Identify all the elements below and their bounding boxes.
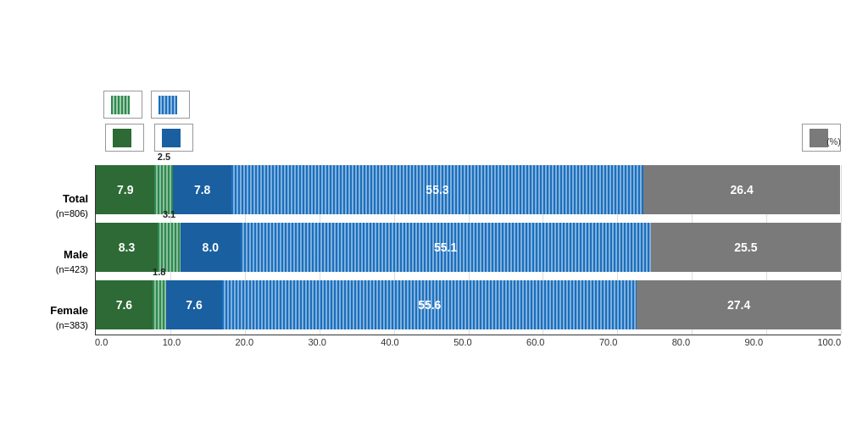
bar-segment-male-gray: 25.5 [651,223,841,272]
bar-label-male-blue-solid: 8.0 [203,241,219,254]
bar-label-total-blue-solid: 7.8 [194,183,210,196]
y-axis-labels: Total(n=806)Male(n=423)Female(n=383) [27,155,95,347]
bar-label-above-total-green-hatch: 2.5 [158,152,170,162]
x-tick-10: 100.0 [817,337,841,347]
x-axis: (%) [95,155,841,157]
bar-segment-male-blue-hatch: 55.1 [241,223,651,272]
blue-solid-swatch [162,129,181,147]
x-tick-9: 90.0 [745,337,763,347]
bar-segment-total-blue-hatch: 55.3 [231,165,643,214]
bar-label-male-blue-hatch: 55.1 [434,241,457,254]
bar-label-female-blue-solid: 7.6 [186,298,202,312]
bar-segment-female-green: 7.6 [96,280,153,329]
y-label-female: Female(n=383) [27,304,95,333]
legend-row2 [27,124,841,152]
bar-segment-male-blue-solid: 8.0 [181,223,240,272]
green-solid-swatch [113,129,131,147]
legend-green-hatch [103,91,142,119]
bar-segment-male-green-hatch: 3.1 [158,223,181,272]
legend-row1 [27,91,841,119]
bar-row-female: 7.61.87.655.627.4 [96,280,841,329]
legend-blue-hatch [151,91,190,119]
x-tick-6: 60.0 [526,337,544,347]
bar-label-total-green: 7.9 [117,183,133,196]
pct-unit: (%) [826,136,841,147]
grid-line-10 [841,165,842,335]
bar-label-female-gray: 27.4 [727,298,750,312]
y-label-male: Male(n=423) [27,248,95,277]
green-hatch-swatch [111,96,130,114]
bar-segment-total-gray: 26.4 [643,165,840,214]
bar-segment-female-green-hatch: 1.8 [153,280,166,329]
y-label-total: Total(n=806) [27,192,95,221]
bar-label-above-female-green-hatch: 1.8 [153,267,165,277]
bar-label-female-green: 7.6 [116,298,132,312]
bar-label-above-male-green-hatch: 3.1 [163,209,175,219]
bar-segment-female-blue-solid: 7.6 [166,280,223,329]
chart-wrapper: Total(n=806)Male(n=423)Female(n=383) (%)… [19,82,849,356]
chart-area: Total(n=806)Male(n=423)Female(n=383) (%)… [27,155,841,347]
bar-segment-total-green-hatch: 2.5 [154,165,173,214]
bar-label-male-green: 8.3 [119,241,135,254]
x-tick-0: 0.0 [95,337,108,347]
bar-label-female-blue-hatch: 55.6 [418,298,441,312]
bar-label-total-blue-hatch: 55.3 [426,183,448,196]
chart-inner: (%) 7.92.57.855.326.48.33.18.055.125.57.… [95,155,841,347]
bars-container: 7.92.57.855.326.48.33.18.055.125.57.61.8… [95,165,841,335]
legend-blue-solid [154,124,193,152]
x-tick-7: 70.0 [599,337,617,347]
bar-segment-male-green: 8.3 [96,223,158,272]
bar-row-male: 8.33.18.055.125.5 [96,223,841,272]
x-tick-1: 10.0 [163,337,181,347]
x-tick-5: 50.0 [453,337,471,347]
x-tick-3: 30.0 [308,337,326,347]
x-tick-2: 20.0 [236,337,253,347]
x-tick-8: 80.0 [672,337,690,347]
gray-solid-swatch [810,129,828,147]
legend-green-solid [105,124,144,152]
bar-segment-total-blue-solid: 7.8 [173,165,231,214]
bar-label-total-gray: 26.4 [730,183,753,196]
bar-row-total: 7.92.57.855.326.4 [96,165,841,214]
bar-segment-female-gray: 27.4 [637,280,841,329]
bar-segment-female-blue-hatch: 55.6 [222,280,637,329]
x-tick-4: 40.0 [381,337,398,347]
bar-label-male-gray: 25.5 [734,241,757,254]
bar-segment-total-green: 7.9 [96,165,154,214]
blue-hatch-swatch [159,96,177,114]
